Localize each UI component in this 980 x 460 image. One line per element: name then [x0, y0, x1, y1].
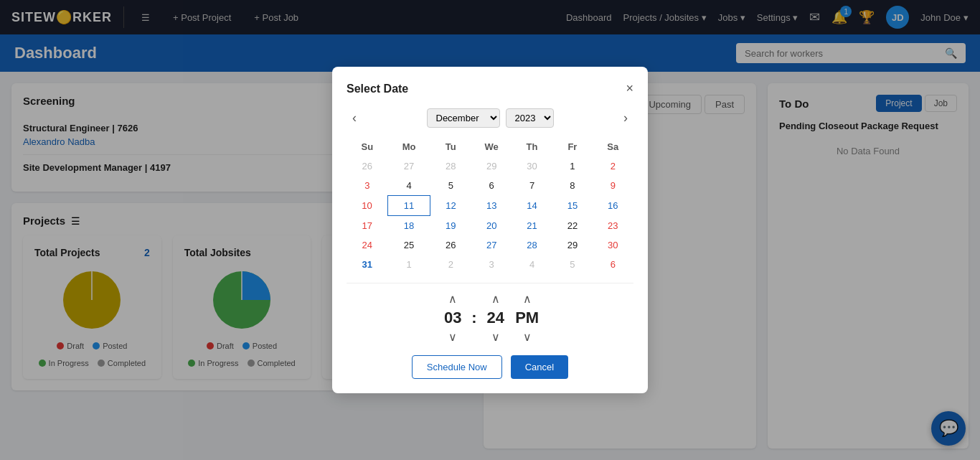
cal-day[interactable]: 21	[512, 216, 552, 236]
calendar-week-5: 24 25 26 27 28 29 30	[347, 235, 633, 255]
cal-day-today[interactable]: 11	[388, 196, 430, 216]
cal-day[interactable]: 3	[347, 176, 388, 196]
schedule-now-button[interactable]: Schedule Now	[412, 355, 502, 379]
minutes-value: 24	[483, 309, 509, 327]
modal-header: Select Date ×	[347, 81, 633, 96]
cal-day[interactable]: 7	[512, 176, 552, 196]
cal-day[interactable]: 4	[512, 255, 552, 274]
cal-day[interactable]: 8	[552, 176, 593, 196]
cal-day[interactable]: 23	[593, 216, 633, 236]
cal-day[interactable]: 2	[593, 156, 633, 176]
modal-overlay[interactable]: Select Date × ‹ JanuaryFebruaryMarchApri…	[0, 0, 980, 460]
month-select[interactable]: JanuaryFebruaryMarchApril MayJuneJulyAug…	[427, 108, 500, 128]
calendar-week-3: 10 11 12 13 14 15 16	[347, 196, 633, 216]
cancel-button[interactable]: Cancel	[511, 355, 568, 379]
modal-footer: Schedule Now Cancel	[347, 355, 633, 379]
cal-day[interactable]: 29	[471, 156, 512, 176]
cal-day[interactable]: 24	[347, 235, 388, 255]
day-header-fr: Fr	[552, 137, 593, 156]
cal-day[interactable]: 27	[471, 235, 512, 255]
cal-day[interactable]: 1	[388, 255, 430, 274]
cal-day[interactable]: 15	[552, 196, 593, 216]
modal-close-button[interactable]: ×	[626, 81, 633, 96]
cal-day[interactable]: 28	[512, 235, 552, 255]
calendar-week-1: 26 27 28 29 30 1 2	[347, 156, 633, 176]
day-header-sa: Sa	[593, 137, 633, 156]
cal-day[interactable]: 17	[347, 216, 388, 236]
cal-day[interactable]: 25	[388, 235, 430, 255]
cal-day[interactable]: 4	[388, 176, 430, 196]
day-header-mo: Mo	[388, 137, 430, 156]
calendar-week-4: 17 18 19 20 21 22 23	[347, 216, 633, 236]
hours-col: ∧ 03 ∨	[440, 292, 466, 344]
calendar-selects: JanuaryFebruaryMarchApril MayJuneJulyAug…	[427, 108, 554, 128]
day-header-tu: Tu	[430, 137, 471, 156]
minutes-up-button[interactable]: ∧	[491, 292, 500, 306]
cal-day[interactable]: 22	[552, 216, 593, 236]
minutes-down-button[interactable]: ∨	[491, 330, 500, 344]
minutes-col: ∧ 24 ∨	[483, 292, 509, 344]
modal-title: Select Date	[347, 83, 408, 95]
cal-day[interactable]: 1	[552, 156, 593, 176]
cal-day[interactable]: 10	[347, 196, 388, 216]
cal-day[interactable]: 12	[430, 196, 471, 216]
day-header-th: Th	[512, 137, 552, 156]
calendar-grid: Su Mo Tu We Th Fr Sa 26 27 28 29 30 1	[347, 137, 633, 274]
calendar-next-button[interactable]: ›	[618, 108, 633, 128]
hours-down-button[interactable]: ∨	[448, 330, 457, 344]
cal-day[interactable]: 14	[512, 196, 552, 216]
period-down-button[interactable]: ∨	[523, 330, 532, 344]
date-picker-modal: Select Date × ‹ JanuaryFebruaryMarchApri…	[332, 67, 648, 393]
cal-day-31[interactable]: 31	[347, 255, 388, 274]
cal-day[interactable]: 5	[430, 176, 471, 196]
cal-day[interactable]: 20	[471, 216, 512, 236]
calendar-prev-button[interactable]: ‹	[347, 108, 362, 128]
cal-day[interactable]: 18	[388, 216, 430, 236]
cal-day[interactable]: 28	[430, 156, 471, 176]
day-header-su: Su	[347, 137, 388, 156]
cal-day[interactable]: 26	[430, 235, 471, 255]
cal-day[interactable]: 6	[471, 176, 512, 196]
cal-day[interactable]: 5	[552, 255, 593, 274]
calendar-week-2: 3 4 5 6 7 8 9	[347, 176, 633, 196]
hours-value: 03	[440, 309, 466, 327]
time-picker: ∧ 03 ∨ : ∧ 24 ∨ ∧ PM ∨	[347, 283, 633, 344]
cal-day[interactable]: 26	[347, 156, 388, 176]
calendar-nav: ‹ JanuaryFebruaryMarchApril MayJuneJulyA…	[347, 108, 633, 128]
cal-day[interactable]: 3	[471, 255, 512, 274]
period-up-button[interactable]: ∧	[523, 292, 532, 306]
time-colon: :	[471, 309, 476, 327]
cal-day[interactable]: 9	[593, 176, 633, 196]
cal-day[interactable]: 30	[593, 235, 633, 255]
cal-day[interactable]: 27	[388, 156, 430, 176]
year-select[interactable]: 20202021202220232024	[506, 108, 554, 128]
hours-up-button[interactable]: ∧	[448, 292, 457, 306]
cal-day[interactable]: 6	[593, 255, 633, 274]
cal-day[interactable]: 19	[430, 216, 471, 236]
cal-day[interactable]: 13	[471, 196, 512, 216]
day-header-we: We	[471, 137, 512, 156]
period-value: PM	[514, 309, 540, 327]
cal-day[interactable]: 29	[552, 235, 593, 255]
calendar-week-6: 31 1 2 3 4 5 6	[347, 255, 633, 274]
period-col: ∧ PM ∨	[514, 292, 540, 344]
cal-day[interactable]: 2	[430, 255, 471, 274]
cal-day[interactable]: 16	[593, 196, 633, 216]
cal-day[interactable]: 30	[512, 156, 552, 176]
